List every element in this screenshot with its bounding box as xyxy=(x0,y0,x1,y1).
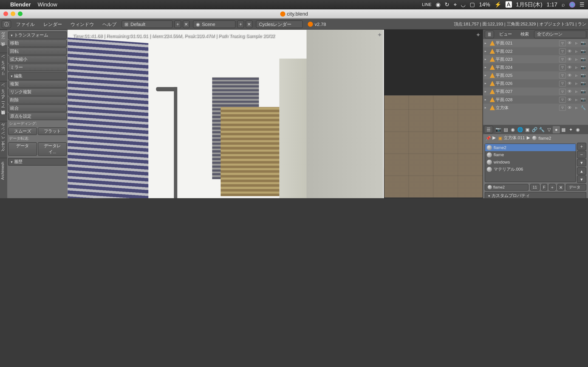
mat-down-button[interactable]: ▾ xyxy=(577,175,586,183)
outliner-row[interactable]: ▸ 平面.024 ▽ 👁 ▹ 📷 xyxy=(483,63,588,71)
set-origin-button[interactable]: 原点を設定 xyxy=(8,113,67,120)
material-slot[interactable]: flame xyxy=(485,151,576,158)
mesh-data-icon[interactable]: ▽ xyxy=(559,89,566,94)
material-new[interactable]: + xyxy=(549,184,556,191)
viewport-canvas[interactable]: Time:01:41.68 | Remaining:01:01.01 | Mem… xyxy=(68,30,384,198)
renderable-icon[interactable]: 📷 xyxy=(580,48,586,54)
delete-button[interactable]: 削除 xyxy=(8,96,67,104)
edit-panel[interactable]: 編集 xyxy=(8,72,67,80)
render-engine[interactable]: Cyclesレンダー xyxy=(256,20,303,28)
expand-icon[interactable]: ▸ xyxy=(485,41,489,45)
renderable-icon[interactable]: 🔧 xyxy=(580,105,586,110)
material-slot[interactable]: マテリアル.006 xyxy=(485,166,576,173)
tab-archimesh[interactable]: Archimesh xyxy=(0,158,7,183)
link-duplicate-button[interactable]: リンク複製 xyxy=(8,88,67,96)
tab-render-layers[interactable]: ▤ xyxy=(502,126,509,133)
airplay-icon[interactable]: ▢ xyxy=(470,1,475,8)
renderable-icon[interactable]: 📷 xyxy=(580,64,586,70)
mat-menu-button[interactable]: ▾ xyxy=(577,159,586,166)
material-link[interactable]: データ xyxy=(566,184,586,191)
input-mode[interactable]: A xyxy=(506,1,512,8)
visibility-icon[interactable]: 👁 xyxy=(567,105,573,110)
expand-icon[interactable]: ▸ xyxy=(485,98,489,102)
scene-add[interactable]: + xyxy=(237,20,244,28)
layout-close[interactable]: ✕ xyxy=(183,20,190,28)
maximize-button[interactable] xyxy=(18,11,23,16)
material-slot[interactable]: flame2 xyxy=(485,144,576,151)
battery-icon[interactable]: ⚡ xyxy=(494,1,502,8)
layout-add[interactable]: + xyxy=(174,20,181,28)
notification-icon[interactable]: ☰ xyxy=(579,1,585,8)
flat-button[interactable]: フラット xyxy=(38,127,67,135)
tab-scene[interactable]: ◉ xyxy=(509,126,516,133)
visibility-icon[interactable]: 👁 xyxy=(567,81,573,86)
mat-remove-button[interactable]: − xyxy=(577,151,586,158)
mat-add-button[interactable]: + xyxy=(577,143,586,150)
selectable-icon[interactable]: ▹ xyxy=(573,73,579,78)
material-fake-user[interactable]: F xyxy=(541,184,547,191)
renderable-icon[interactable]: 📷 xyxy=(580,97,586,102)
expand-icon[interactable]: ▸ xyxy=(485,90,489,94)
renderable-icon[interactable]: 📷 xyxy=(580,81,586,86)
tab-material[interactable]: ● xyxy=(553,126,560,133)
tab-world[interactable]: 🌐 xyxy=(517,126,524,133)
outliner-row[interactable]: ▸ 平面.026 ▽ 👁 ▹ 📷 xyxy=(483,79,588,87)
outliner-view[interactable]: ビュー xyxy=(496,31,515,37)
custom-props-panel[interactable]: カスタムプロパティ xyxy=(485,192,586,198)
editor-type-outliner-icon[interactable]: ≣ xyxy=(485,31,494,38)
tab-gp[interactable]: グリースペンシル xyxy=(0,121,7,158)
duplicate-button[interactable]: 複製 xyxy=(8,80,67,88)
selectable-icon[interactable]: ▹ xyxy=(573,56,579,62)
mesh-data-icon[interactable]: ▽ xyxy=(559,73,566,78)
outliner-search[interactable]: 検索 xyxy=(517,31,532,37)
tab-tools[interactable]: ツール xyxy=(0,30,7,45)
smooth-button[interactable]: スムーズ xyxy=(8,127,37,135)
visibility-icon[interactable]: 👁 xyxy=(567,48,573,54)
tab-relations[interactable]: リレーション xyxy=(0,53,7,81)
expand-icon[interactable]: ▸ xyxy=(485,57,489,61)
expand-icon[interactable]: ▸ xyxy=(485,65,489,69)
scene-close[interactable]: ✕ xyxy=(246,20,253,28)
scene-select[interactable]: ◉Scene xyxy=(193,20,235,28)
menu-window[interactable]: ウィンドウ xyxy=(67,21,97,27)
outliner-row[interactable]: ▸ 平面.022 ▽ 👁 ▹ 📷 xyxy=(483,47,588,55)
outliner-row[interactable]: ▸ 平面.025 ▽ 👁 ▹ 📷 xyxy=(483,71,588,79)
tab-physics[interactable]: ◉ xyxy=(574,126,582,133)
menu-render[interactable]: レンダー xyxy=(40,21,65,27)
scale-button[interactable]: 拡大縮小 xyxy=(8,56,67,63)
pin-icon[interactable]: 📌 xyxy=(485,135,491,140)
mat-up-button[interactable]: ▴ xyxy=(577,167,586,175)
mesh-data-icon[interactable]: ▽ xyxy=(559,56,566,62)
outliner-row[interactable]: ▸ 平面.023 ▽ 👁 ▹ 📷 xyxy=(483,55,588,63)
expand-icon[interactable]: ▸ xyxy=(485,49,489,53)
renderable-icon[interactable]: 📷 xyxy=(580,73,586,78)
mesh-data-icon[interactable]: ▽ xyxy=(559,48,566,54)
battery-percent[interactable]: 14% xyxy=(479,1,490,8)
tab-constraints[interactable]: 🔗 xyxy=(531,126,538,133)
tab-create[interactable]: 作成 xyxy=(0,45,7,52)
visibility-icon[interactable]: 👁 xyxy=(567,64,573,70)
join-button[interactable]: 統合 xyxy=(8,104,67,112)
material-slot[interactable]: windows xyxy=(485,158,576,165)
timemachine-icon[interactable]: ↻ xyxy=(445,1,449,8)
app-name[interactable]: Blender xyxy=(10,1,31,8)
renderable-icon[interactable]: 📷 xyxy=(580,56,586,62)
history-panel[interactable]: 履歴 xyxy=(8,158,67,166)
visibility-icon[interactable]: 👁 xyxy=(567,40,573,46)
editor-type-props-icon[interactable]: ☰ xyxy=(484,126,493,133)
rotate-button[interactable]: 回転 xyxy=(8,48,67,55)
visibility-icon[interactable]: 👁 xyxy=(567,56,573,62)
tab-data[interactable]: ▽ xyxy=(545,126,553,133)
close-button[interactable] xyxy=(3,11,8,16)
breadcrumb-material[interactable]: flame2 xyxy=(538,135,551,140)
spotlight-icon[interactable]: ⌕ xyxy=(562,1,565,8)
mesh-data-icon[interactable]: ▽ xyxy=(559,81,566,86)
outliner-row[interactable]: ▸ 平面.021 ▽ 👁 ▹ 📷 xyxy=(483,39,588,47)
tab-particles[interactable]: ✦ xyxy=(567,126,574,133)
transform-panel[interactable]: トランスフォーム xyxy=(8,31,67,39)
screen-layout[interactable]: ⊞Default xyxy=(121,20,173,28)
expand-icon[interactable]: ▸ xyxy=(485,81,489,85)
selectable-icon[interactable]: ▹ xyxy=(573,64,579,70)
tab-texture[interactable]: ▦ xyxy=(560,126,567,133)
visibility-icon[interactable]: 👁 xyxy=(567,73,573,78)
